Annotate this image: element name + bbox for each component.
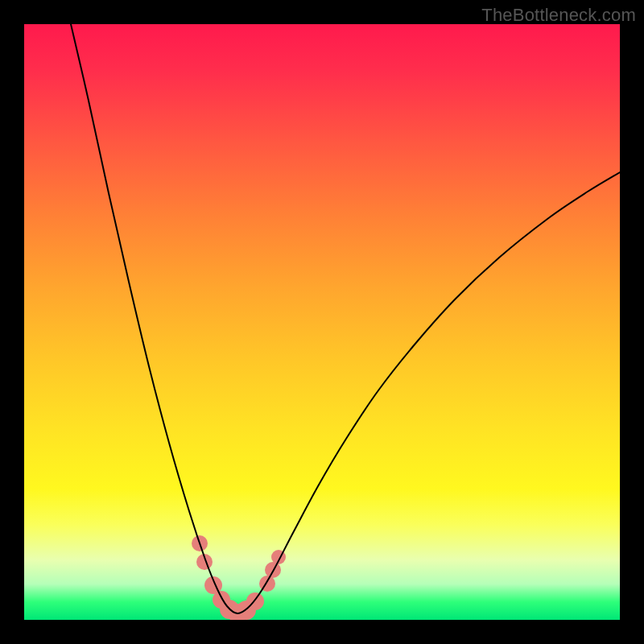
plot-area: [24, 24, 620, 620]
valley-dot: [204, 576, 222, 594]
curve-path: [71, 24, 620, 613]
valley-dot: [213, 591, 230, 609]
valley-dot: [220, 600, 239, 619]
valley-dot: [265, 562, 281, 578]
bottleneck-curve: [24, 24, 620, 620]
valley-dots-group: [192, 535, 286, 620]
valley-dot: [192, 535, 208, 551]
valley-dot: [237, 601, 256, 620]
valley-dot: [271, 550, 286, 564]
valley-dot: [246, 592, 264, 610]
valley-dot: [228, 604, 247, 620]
valley-dot: [196, 554, 213, 570]
chart-frame: TheBottleneck.com: [0, 0, 644, 644]
valley-dot: [259, 576, 275, 592]
watermark-text: TheBottleneck.com: [481, 5, 636, 26]
